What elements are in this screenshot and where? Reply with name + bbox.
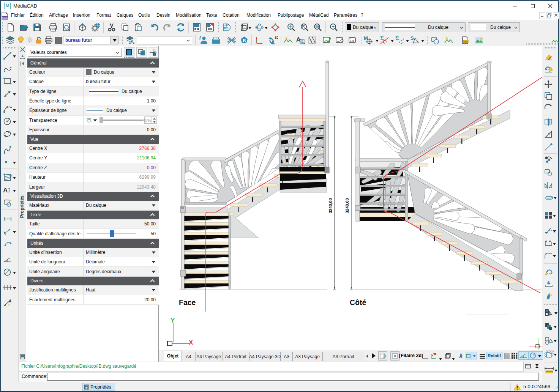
svg-text:Σ: Σ xyxy=(380,35,384,41)
svg-text:3D: 3D xyxy=(275,36,278,39)
svg-text:i: i xyxy=(199,36,201,41)
svg-text:DWG: DWG xyxy=(2,17,8,19)
svg-text:3240,00: 3240,00 xyxy=(328,198,333,213)
svg-text:S: S xyxy=(411,35,414,41)
svg-text:X: X xyxy=(189,339,193,346)
svg-text:Y: Y xyxy=(171,317,175,324)
svg-text:I: I xyxy=(8,187,10,194)
svg-text:A: A xyxy=(9,299,11,303)
svg-text:Face: Face xyxy=(179,298,196,307)
svg-text:IFC: IFC xyxy=(223,27,227,30)
svg-text:A: A xyxy=(3,187,8,194)
svg-text:1:5: 1:5 xyxy=(350,39,354,43)
svg-text:Σ: Σ xyxy=(395,35,399,41)
svg-text:3240,00: 3240,00 xyxy=(345,198,349,213)
svg-text:Côté: Côté xyxy=(350,298,366,307)
svg-text:xref: xref xyxy=(464,41,467,43)
svg-text:B: B xyxy=(243,37,246,43)
